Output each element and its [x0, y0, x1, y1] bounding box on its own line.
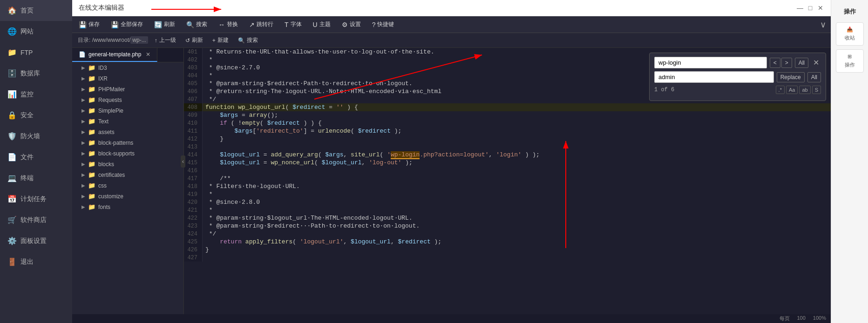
search-count: 1 of 6	[654, 87, 674, 93]
replace-button[interactable]: ↔ 替换	[217, 19, 240, 30]
tree-item-blocks[interactable]: ▶ 📁 blocks	[72, 159, 183, 169]
sidebar-item-ftp[interactable]: 📁 FTP	[0, 42, 72, 63]
refresh-button[interactable]: 🔄 刷新	[152, 19, 177, 30]
collapse-filetree-button[interactable]: ‹	[181, 155, 185, 168]
search-all-button[interactable]: All	[795, 58, 808, 68]
sidebar-item-label: 计划任务	[20, 195, 47, 203]
tree-item-ixr[interactable]: ▶ 📁 IXR	[72, 73, 183, 84]
sidebar-item-firewall[interactable]: 🛡️ 防火墙	[0, 126, 72, 147]
tree-item-label: customize	[98, 193, 123, 200]
sidebar-item-label: 数据库	[20, 69, 40, 78]
sidebar-item-terminal[interactable]: 💻 终端	[0, 168, 72, 188]
tree-item-id3[interactable]: ▶ 📁 ID3	[72, 62, 183, 73]
folder-icon: 📁	[88, 182, 95, 189]
goto-icon: ↗	[249, 21, 255, 28]
close-search-button[interactable]: ✕	[811, 57, 821, 68]
s-flag-button[interactable]: S	[812, 86, 821, 94]
toolbar-expand-button[interactable]: ∨	[820, 20, 826, 30]
replace-input[interactable]	[654, 71, 774, 83]
tree-item-label: fonts	[98, 204, 110, 210]
tree-item-block-supports[interactable]: ▶ 📁 block-supports	[72, 148, 183, 159]
tree-item-requests[interactable]: ▶ 📁 Requests	[72, 94, 183, 105]
tree-item-assets[interactable]: ▶ 📁 assets	[72, 127, 183, 137]
file-tab[interactable]: 📄 general-template.php ✕	[72, 48, 157, 62]
file-tab-close[interactable]: ✕	[146, 51, 150, 58]
sidebar-item-label: 终端	[20, 174, 34, 182]
tree-item-block-patterns[interactable]: ▶ 📁 block-patterns	[72, 137, 183, 148]
filepath-search-button[interactable]: 🔍 搜索	[235, 35, 261, 45]
logout-icon: 🚪	[7, 257, 17, 266]
grid-panel-icon: ⊞	[848, 54, 852, 60]
new-button[interactable]: + 新建	[210, 35, 231, 45]
folder-icon: 📁	[88, 96, 95, 103]
settings-button[interactable]: ⚙ 设置	[340, 19, 363, 30]
chevron-icon: ▶	[81, 204, 85, 209]
tree-item-label: ID3	[98, 65, 107, 71]
code-area[interactable]: 401 * Returns·the·URL·that·allows·the·us…	[184, 48, 831, 314]
maximize-button[interactable]: □	[807, 4, 814, 12]
up-button[interactable]: ↑ 上一级	[152, 35, 179, 45]
sidebar-item-cron[interactable]: 📅 计划任务	[0, 188, 72, 209]
sidebar-item-security[interactable]: 🔒 安全	[0, 105, 72, 126]
sidebar-item-panel-settings[interactable]: ⚙️ 面板设置	[0, 230, 72, 251]
search-row: < > All ✕	[654, 57, 821, 68]
sidebar-item-home[interactable]: 🏠 首页	[0, 0, 72, 21]
theme-button[interactable]: U 主题	[311, 19, 332, 30]
sidebar-item-store[interactable]: 🛒 软件商店	[0, 209, 72, 230]
chevron-icon: ▶	[81, 129, 85, 135]
sidebar-item-monitor[interactable]: 📊 监控	[0, 84, 72, 105]
sidebar-item-label: 面板设置	[20, 237, 47, 245]
tree-item-fonts[interactable]: ▶ 📁 fonts	[72, 202, 183, 212]
tree-item-text[interactable]: ▶ 📁 Text	[72, 116, 183, 127]
replace-button[interactable]: Replace	[777, 72, 805, 82]
font-icon: T	[285, 21, 289, 28]
tree-item-label: SimplePie	[98, 108, 123, 114]
tree-item-css[interactable]: ▶ 📁 css	[72, 180, 183, 191]
sidebar-item-logout[interactable]: 🚪 退出	[0, 251, 72, 272]
close-button[interactable]: ✕	[817, 4, 824, 12]
sidebar-item-label: 监控	[20, 90, 34, 99]
goto-button[interactable]: ↗ 跳转行	[247, 19, 275, 30]
word-flag-button[interactable]: ab	[799, 86, 810, 94]
filepath-label: 目录: /www/wwwroot/wp-...	[78, 36, 148, 44]
right-panel-label: 操作	[844, 5, 856, 19]
shortcuts-button[interactable]: ? 快捷键	[370, 19, 396, 30]
regex-flag-button[interactable]: .*	[776, 86, 785, 94]
filepath-refresh-button[interactable]: ↺ 刷新	[183, 35, 206, 45]
monitor-icon: 📊	[7, 90, 17, 99]
code-line-412: 412 }	[184, 135, 831, 143]
chevron-icon: ▶	[81, 183, 85, 188]
tree-item-simplepie[interactable]: ▶ 📁 SimplePie	[72, 105, 183, 116]
code-line-418: 418 * Filters·the·logout·URL.	[184, 182, 831, 190]
search-prev-button[interactable]: <	[770, 58, 780, 68]
sidebar-item-label: 安全	[20, 111, 34, 120]
toolbar: 💾 保存 💾 全部保存 🔄 刷新 🔍 搜索 ↔ 替换 ↗ 跳转行 T 字体 U	[72, 16, 831, 33]
cron-icon: 📅	[7, 195, 17, 203]
case-flag-button[interactable]: Aa	[786, 86, 798, 94]
store-icon: 🛒	[7, 215, 17, 224]
font-button[interactable]: T 字体	[283, 19, 304, 30]
website-icon: 🌐	[7, 27, 17, 36]
theme-icon: U	[313, 21, 318, 28]
tree-item-certificates[interactable]: ▶ 📁 certificates	[72, 169, 183, 180]
code-line-408: 408 function wp_logout_url( $redirect = …	[184, 103, 831, 111]
tree-item-customize[interactable]: ▶ 📁 customize	[72, 191, 183, 202]
search-next-button[interactable]: >	[781, 58, 792, 68]
sidebar-item-files[interactable]: 📄 文件	[0, 147, 72, 168]
search-button[interactable]: 🔍 搜索	[184, 19, 209, 30]
search-input[interactable]	[654, 57, 767, 68]
sidebar-item-database[interactable]: 🗄️ 数据库	[0, 63, 72, 84]
code-line-419: 419 *	[184, 190, 831, 198]
tree-item-phpmailer[interactable]: ▶ 📁 PHPMailer	[72, 84, 183, 94]
sidebar-item-website[interactable]: 🌐 网站	[0, 21, 72, 42]
folder-icon: 📁	[88, 75, 95, 82]
editor-titlebar: 在线文本编辑器 — □ ✕	[72, 0, 831, 16]
save-all-button[interactable]: 💾 全部保存	[109, 19, 145, 30]
right-panel-grid-button[interactable]: ⊞ 操作	[836, 49, 864, 73]
replace-all-button[interactable]: All	[807, 72, 821, 82]
save-button[interactable]: 💾 保存	[77, 19, 102, 30]
database-icon: 🗄️	[7, 69, 17, 78]
minimize-button[interactable]: —	[796, 4, 804, 12]
right-panel-store-button[interactable]: 📥 收站	[836, 22, 864, 46]
editor-content: 📄 general-template.php ✕ ▶ 📁 ID3 ▶ 📁 IXR…	[72, 48, 831, 314]
